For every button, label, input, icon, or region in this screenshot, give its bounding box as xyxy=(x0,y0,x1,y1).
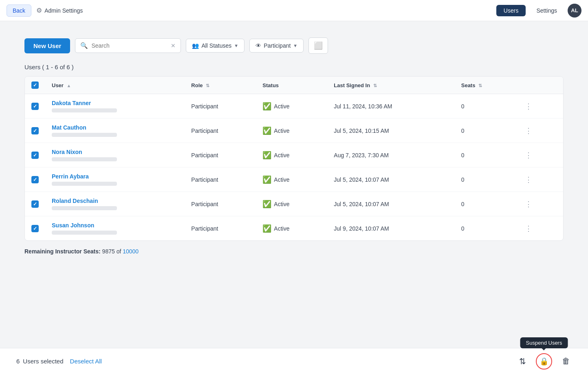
last-signed-cell: Jul 11, 2024, 10:36 AM xyxy=(327,94,454,119)
status-badge: ✅ Active xyxy=(262,126,321,135)
search-icon: 🔍 xyxy=(80,42,88,49)
all-statuses-filter[interactable]: 👥 All Statuses ▼ xyxy=(186,39,244,53)
row-checkbox[interactable] xyxy=(31,225,39,232)
col-last-signed[interactable]: Last Signed In ⇅ xyxy=(327,77,454,94)
select-all-checkbox[interactable] xyxy=(31,81,39,89)
row-menu-button[interactable]: ⋮ xyxy=(522,174,535,186)
seats-cell: 0 xyxy=(455,119,515,143)
user-email xyxy=(52,133,117,137)
row-menu-button[interactable]: ⋮ xyxy=(522,149,535,161)
row-checkbox-cell[interactable] xyxy=(25,216,45,241)
user-name[interactable]: Nora Nixon xyxy=(52,149,178,155)
status-icon: ✅ xyxy=(262,224,271,233)
role-cell: Participant xyxy=(185,119,256,143)
tab-users[interactable]: Users xyxy=(496,5,526,16)
participant-label: Participant xyxy=(264,42,291,49)
export-button[interactable]: ⬜ xyxy=(308,37,328,54)
status-cell: ✅ Active xyxy=(256,167,327,192)
user-email xyxy=(52,231,117,235)
search-clear-button[interactable]: ✕ xyxy=(171,42,176,49)
user-email xyxy=(52,182,117,186)
user-name[interactable]: Dakota Tanner xyxy=(52,100,178,106)
table-row: Dakota Tanner Participant ✅ Active Jul 1… xyxy=(25,94,563,119)
row-actions-cell: ⋮ xyxy=(515,167,563,192)
export-icon: ⬜ xyxy=(314,41,323,50)
tab-settings[interactable]: Settings xyxy=(529,5,564,16)
user-name[interactable]: Mat Cauthon xyxy=(52,124,178,131)
nav-right: Users Settings AL xyxy=(496,4,581,18)
search-input[interactable] xyxy=(91,42,167,49)
status-badge: ✅ Active xyxy=(262,175,321,184)
last-signed-cell: Jul 5, 2024, 10:07 AM xyxy=(327,167,454,192)
row-actions-cell: ⋮ xyxy=(515,94,563,119)
user-cell: Dakota Tanner xyxy=(45,94,185,119)
row-menu-button[interactable]: ⋮ xyxy=(522,125,535,137)
chevron-down-icon: ▼ xyxy=(234,43,238,48)
selected-label: Users selected xyxy=(23,358,63,365)
status-icon: ✅ xyxy=(262,151,271,160)
status-badge: ✅ Active xyxy=(262,151,321,160)
user-name[interactable]: Perrin Aybara xyxy=(52,173,178,180)
new-user-button[interactable]: New User xyxy=(24,38,70,53)
status-badge: ✅ Active xyxy=(262,102,321,111)
row-checkbox[interactable] xyxy=(31,152,39,159)
user-cell: Nora Nixon xyxy=(45,143,185,167)
user-cell: Mat Cauthon xyxy=(45,119,185,143)
back-button[interactable]: Back xyxy=(7,4,31,17)
suspend-users-wrap: Suspend Users 🔒 xyxy=(536,353,552,370)
role-cell: Participant xyxy=(185,143,256,167)
role-cell: Participant xyxy=(185,167,256,192)
row-menu-button[interactable]: ⋮ xyxy=(522,198,535,210)
user-email xyxy=(52,206,117,210)
delete-button[interactable]: 🗑 xyxy=(560,355,572,367)
status-badge: ✅ Active xyxy=(262,200,321,209)
user-avatar[interactable]: AL xyxy=(568,4,581,18)
seats-cell: 0 xyxy=(455,143,515,167)
status-text: Active xyxy=(274,128,289,134)
row-checkbox-cell[interactable] xyxy=(25,94,45,119)
table-row: Nora Nixon Participant ✅ Active Aug 7, 2… xyxy=(25,143,563,167)
reorder-button[interactable]: ⇅ xyxy=(518,355,528,368)
col-user[interactable]: User ▲ xyxy=(45,77,185,94)
col-seats[interactable]: Seats ⇅ xyxy=(455,77,515,94)
lock-icon: 🔒 xyxy=(540,357,548,366)
bottom-actions: ⇅ Suspend Users 🔒 🗑 xyxy=(518,353,572,370)
row-checkbox[interactable] xyxy=(31,176,39,183)
remaining-seats: Remaining Instructor Seats: 9875 of 1000… xyxy=(24,248,564,255)
status-icon: ✅ xyxy=(262,102,271,111)
user-name[interactable]: Roland Deschain xyxy=(52,198,178,204)
col-role[interactable]: Role ⇅ xyxy=(185,77,256,94)
suspend-users-button[interactable]: 🔒 xyxy=(536,353,552,370)
row-checkbox[interactable] xyxy=(31,127,39,134)
admin-settings-link[interactable]: ⚙ Admin Settings xyxy=(36,7,83,14)
row-checkbox-cell[interactable] xyxy=(25,143,45,167)
user-cell: Roland Deschain xyxy=(45,192,185,216)
sort-icon: ▲ xyxy=(67,83,71,88)
main-content: New User 🔍 ✕ 👥 All Statuses ▼ 👁 Particip… xyxy=(0,21,588,255)
participant-filter[interactable]: 👁 Participant ▼ xyxy=(249,39,304,53)
row-menu-button[interactable]: ⋮ xyxy=(522,100,535,112)
deselect-all-button[interactable]: Deselect All xyxy=(70,358,102,365)
selected-info: 6 Users selected Deselect All xyxy=(16,358,102,365)
eye-icon: 👁 xyxy=(255,42,261,49)
row-checkbox-cell[interactable] xyxy=(25,192,45,216)
role-cell: Participant xyxy=(185,94,256,119)
select-all-header[interactable] xyxy=(25,77,45,94)
status-icon: ✅ xyxy=(262,126,271,135)
remaining-current-value: 9875 xyxy=(102,248,115,255)
top-nav: Back ⚙ Admin Settings Users Settings AL xyxy=(0,0,588,21)
last-signed-cell: Aug 7, 2023, 7:30 AM xyxy=(327,143,454,167)
user-name[interactable]: Susan Johnson xyxy=(52,222,178,229)
user-cell: Perrin Aybara xyxy=(45,167,185,192)
role-cell: Participant xyxy=(185,192,256,216)
row-checkbox[interactable] xyxy=(31,200,39,208)
row-checkbox-cell[interactable] xyxy=(25,167,45,192)
col-actions xyxy=(515,77,563,94)
row-actions-cell: ⋮ xyxy=(515,192,563,216)
status-badge: ✅ Active xyxy=(262,224,321,233)
nav-left: Back ⚙ Admin Settings xyxy=(7,4,83,17)
remaining-label: Remaining Instructor Seats: xyxy=(24,248,101,255)
row-checkbox[interactable] xyxy=(31,103,39,110)
row-menu-button[interactable]: ⋮ xyxy=(522,222,535,235)
row-checkbox-cell[interactable] xyxy=(25,119,45,143)
